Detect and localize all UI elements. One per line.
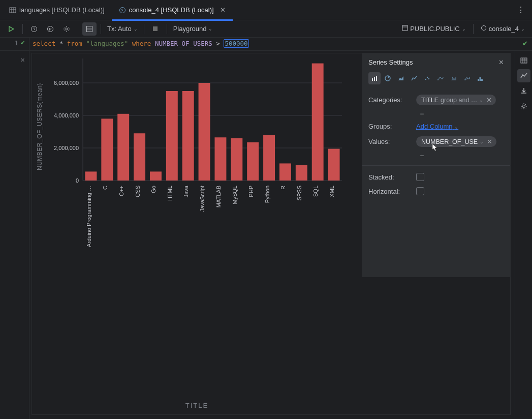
svg-rect-11 bbox=[153, 26, 158, 31]
values-label: Values: bbox=[368, 138, 412, 145]
horizontal-checkbox[interactable] bbox=[416, 187, 424, 195]
svg-point-61 bbox=[427, 77, 428, 78]
svg-text:SPSS: SPSS bbox=[296, 186, 302, 200]
table-icon bbox=[9, 7, 16, 14]
layout-button[interactable] bbox=[82, 22, 97, 36]
remove-icon[interactable]: ✕ bbox=[485, 96, 492, 104]
svg-rect-70 bbox=[521, 58, 527, 63]
svg-rect-46 bbox=[263, 135, 275, 181]
chart-type-line-marker[interactable] bbox=[434, 72, 447, 84]
chart-type-row bbox=[368, 72, 504, 92]
run-button[interactable] bbox=[4, 22, 18, 36]
schema-selector[interactable]: PUBLIC.PUBLIC⌄ bbox=[399, 25, 469, 33]
chart-type-pie[interactable] bbox=[382, 72, 394, 84]
svg-point-62 bbox=[428, 78, 429, 79]
export-button[interactable] bbox=[517, 84, 530, 98]
svg-rect-34 bbox=[166, 91, 178, 181]
close-panel-icon[interactable]: ✕ bbox=[0, 54, 29, 64]
values-chip[interactable]: NUMBER_OF_USE ⌄ ✕ bbox=[416, 136, 496, 147]
svg-point-8 bbox=[66, 28, 68, 30]
svg-point-66 bbox=[452, 77, 453, 78]
close-icon[interactable]: ✕ bbox=[217, 6, 226, 14]
tx-mode-selector[interactable]: Tx: Auto⌄ bbox=[105, 25, 140, 33]
panel-title: Series Settings bbox=[368, 58, 413, 66]
svg-rect-38 bbox=[199, 83, 210, 181]
svg-rect-56 bbox=[372, 78, 373, 81]
svg-rect-40 bbox=[214, 137, 226, 181]
svg-rect-48 bbox=[279, 163, 291, 181]
svg-point-60 bbox=[425, 79, 426, 80]
check-icon: ✔ bbox=[20, 40, 25, 46]
series-settings-panel: Series Settings ✕ Categories: TITLE bbox=[362, 53, 510, 277]
svg-rect-54 bbox=[328, 149, 340, 181]
svg-rect-26 bbox=[101, 118, 113, 181]
svg-text:XML: XML bbox=[329, 186, 335, 197]
bar-chart: 02,000,0004,000,0006,000,000Arduino Prog… bbox=[32, 53, 347, 277]
svg-text:Arduino Programming …: Arduino Programming … bbox=[86, 186, 92, 247]
svg-text:JavaScript: JavaScript bbox=[199, 186, 205, 212]
svg-text:Go: Go bbox=[150, 186, 157, 193]
svg-rect-67 bbox=[478, 79, 479, 81]
chart-view-button[interactable] bbox=[517, 69, 530, 82]
code-line[interactable]: select * from "languages" where NUMBER_O… bbox=[29, 38, 252, 50]
tab-bar: languages [HSQLDB (Local)] console_4 [HS… bbox=[0, 0, 532, 20]
svg-text:MySQL: MySQL bbox=[232, 186, 238, 204]
svg-rect-30 bbox=[134, 133, 145, 181]
svg-text:PHP: PHP bbox=[248, 186, 254, 197]
tab-languages[interactable]: languages [HSQLDB (Local)] bbox=[2, 0, 112, 20]
svg-rect-69 bbox=[481, 79, 483, 81]
tab-console-4[interactable]: console_4 [HSQLDB (Local)] ✕ bbox=[112, 0, 233, 20]
chart-type-scatter[interactable] bbox=[421, 72, 433, 84]
explain-plan-button[interactable]: P bbox=[43, 22, 57, 36]
svg-point-63 bbox=[437, 79, 439, 80]
categories-chip[interactable]: TITLE group and … ⌄ ✕ bbox=[416, 95, 496, 105]
right-tool-column bbox=[515, 51, 532, 419]
svg-point-4 bbox=[119, 7, 125, 13]
svg-text:P: P bbox=[49, 27, 51, 32]
history-button[interactable] bbox=[27, 22, 41, 36]
svg-rect-50 bbox=[296, 165, 307, 181]
console-selector[interactable]: console_4⌄ bbox=[478, 25, 528, 33]
sql-editor[interactable]: 1 ✔ select * from "languages" where NUMB… bbox=[0, 38, 532, 51]
svg-rect-44 bbox=[247, 142, 259, 181]
chart-type-bar[interactable] bbox=[368, 72, 381, 84]
add-category-button[interactable]: ＋ bbox=[416, 108, 427, 119]
table-view-button[interactable] bbox=[517, 54, 530, 67]
svg-point-14 bbox=[481, 26, 486, 31]
stacked-checkbox[interactable] bbox=[416, 173, 424, 181]
add-value-button[interactable]: ＋ bbox=[416, 150, 427, 161]
svg-rect-58 bbox=[376, 76, 377, 81]
gear-icon[interactable] bbox=[517, 100, 530, 113]
remove-icon[interactable]: ✕ bbox=[486, 138, 492, 145]
svg-text:4,000,000: 4,000,000 bbox=[54, 112, 79, 118]
settings-button[interactable] bbox=[59, 22, 74, 36]
svg-text:CSS: CSS bbox=[135, 186, 141, 197]
tab-label: console_4 [HSQLDB (Local)] bbox=[129, 6, 214, 14]
stop-button[interactable] bbox=[148, 22, 163, 36]
chart-type-step[interactable] bbox=[461, 72, 473, 84]
svg-text:SQL: SQL bbox=[312, 186, 319, 197]
chart-type-area[interactable] bbox=[395, 72, 407, 84]
chart-type-area-points[interactable] bbox=[448, 72, 460, 84]
categories-label: Categories: bbox=[368, 96, 412, 104]
svg-text:6,000,000: 6,000,000 bbox=[54, 80, 79, 86]
playground-selector[interactable]: Playground⌄ bbox=[171, 25, 215, 33]
svg-text:Python: Python bbox=[264, 186, 270, 203]
tab-label: languages [HSQLDB (Local)] bbox=[19, 6, 105, 14]
svg-point-64 bbox=[440, 77, 441, 78]
svg-point-74 bbox=[522, 105, 525, 108]
more-icon[interactable]: ⋮ bbox=[510, 5, 532, 15]
add-column-link[interactable]: Add Column ⌄ bbox=[416, 123, 458, 130]
svg-rect-36 bbox=[182, 91, 194, 181]
status-check-icon: ✔ bbox=[522, 40, 528, 47]
svg-rect-32 bbox=[150, 171, 162, 181]
groups-label: Groups: bbox=[368, 123, 412, 130]
svg-rect-24 bbox=[85, 171, 97, 181]
chart-type-line[interactable] bbox=[408, 72, 420, 84]
svg-text:MATLAB: MATLAB bbox=[215, 186, 222, 207]
svg-rect-42 bbox=[231, 138, 242, 181]
chart-type-histogram[interactable] bbox=[474, 72, 486, 84]
svg-point-65 bbox=[442, 78, 443, 79]
close-icon[interactable]: ✕ bbox=[498, 58, 504, 66]
svg-text:C: C bbox=[102, 186, 108, 190]
